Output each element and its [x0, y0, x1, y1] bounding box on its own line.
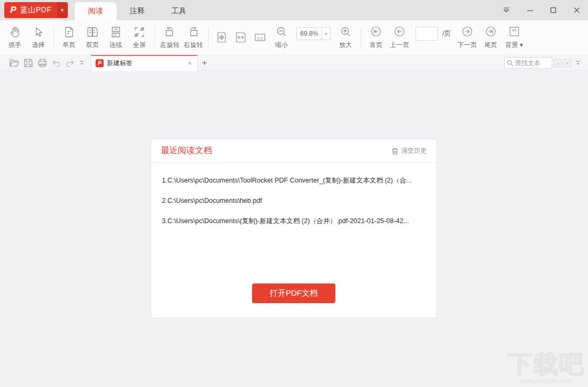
first-page-label: 首页	[370, 41, 382, 50]
ribbon-tabs: 阅读 注释 工具	[75, 2, 200, 20]
close-icon[interactable]	[572, 5, 582, 15]
tab-tools[interactable]: 工具	[158, 2, 200, 20]
collapse-ribbon-icon[interactable]	[501, 5, 511, 15]
app-logo-icon: P	[4, 2, 18, 18]
double-page-icon	[85, 25, 99, 39]
first-page-icon	[369, 25, 383, 39]
save-button[interactable]	[21, 56, 35, 70]
fullscreen-button[interactable]: 全屏	[128, 22, 151, 52]
app-name: 蓝山PDF	[18, 5, 57, 15]
recent-panel-header: 最近阅读文档 清空历史	[151, 139, 436, 163]
double-page-label: 双页	[86, 41, 99, 50]
zoom-in-button[interactable]: 放大	[334, 22, 357, 52]
trash-icon	[391, 147, 398, 155]
recent-file-list: 1.C:\Users\pc\Documents\ToolRocket PDF C…	[151, 163, 436, 231]
recent-file-item[interactable]: 1.C:\Users\pc\Documents\ToolRocket PDF C…	[162, 170, 426, 191]
grab-hand-label: 抓手	[9, 41, 21, 50]
next-page-label: 下一页	[458, 41, 477, 50]
fit-page-button[interactable]	[212, 22, 231, 52]
next-page-button[interactable]: 下一页	[456, 22, 479, 52]
watermark: 下载吧 www.xiazaiba.com	[508, 352, 585, 385]
tab-annotate[interactable]: 注释	[116, 2, 158, 20]
document-canvas: 最近阅读文档 清空历史 1.C:\Users\pc\Documents\Tool…	[0, 72, 588, 387]
one-to-one-icon: 1:1	[253, 30, 267, 44]
minimize-icon[interactable]	[525, 5, 535, 15]
continuous-button[interactable]: 连续	[104, 22, 128, 52]
prev-page-label: 上一页	[390, 41, 409, 50]
app-logo-button[interactable]: P 蓝山PDF ▼	[4, 2, 68, 18]
recent-file-item[interactable]: 2.C:\Users\pc\Documents\heb.pdf	[162, 191, 426, 211]
last-page-button[interactable]: 尾页	[479, 22, 503, 52]
clear-history-label: 清空历史	[401, 146, 427, 155]
quick-toolbar-more-icon[interactable]	[77, 56, 87, 70]
page-number-box	[415, 27, 438, 41]
zoom-out-button[interactable]: 缩小	[270, 22, 293, 52]
zoom-in-icon	[339, 25, 352, 39]
maximize-icon[interactable]	[548, 5, 558, 15]
select-button[interactable]: 选择	[27, 22, 50, 52]
search-icon	[507, 60, 513, 66]
page-number-input[interactable]	[416, 27, 437, 40]
double-page-button[interactable]: 双页	[81, 22, 104, 52]
background-button[interactable]: 背景 ▾	[503, 22, 526, 52]
titlebar: P 蓝山PDF ▼ 阅读 注释 工具	[0, 0, 588, 20]
search-prev-icon[interactable]: ▲	[554, 59, 562, 67]
hand-icon	[8, 25, 22, 39]
recent-panel-title: 最近阅读文档	[161, 145, 212, 156]
fullscreen-icon	[132, 25, 146, 39]
select-label: 选择	[32, 41, 45, 50]
recent-file-item[interactable]: 3.C:\Users\pc\Documents\(复制)-新建文本文档 (2)（…	[162, 211, 426, 231]
search-options-icon[interactable]	[573, 56, 583, 70]
last-page-label: 尾页	[484, 41, 497, 50]
document-tab-new[interactable]: P 新建标签 ×	[91, 55, 198, 71]
print-button[interactable]	[35, 56, 49, 70]
tab-close-icon[interactable]: ×	[186, 59, 193, 67]
search-box	[504, 57, 552, 69]
clear-history-button[interactable]: 清空历史	[391, 146, 427, 155]
continuous-label: 连续	[109, 41, 122, 50]
single-page-button[interactable]: 单页	[57, 22, 81, 52]
open-pdf-button[interactable]: 打开PDF文档	[252, 283, 335, 303]
document-tab-title: 新建标签	[107, 59, 186, 68]
fit-page-icon	[215, 30, 229, 44]
rotate-left-icon	[162, 25, 178, 39]
svg-text:1:1: 1:1	[257, 36, 263, 41]
page-unit-label: /页	[442, 29, 451, 38]
actual-size-button[interactable]: 1:1	[250, 22, 270, 52]
fit-width-icon	[234, 30, 248, 44]
first-page-button[interactable]: 首页	[364, 22, 388, 52]
background-label: 背景 ▾	[505, 41, 523, 50]
main-toolbar: 抓手 选择 单页 双页 连续 全屏 左旋转	[0, 20, 588, 55]
rotate-left-label: 左旋转	[160, 41, 179, 50]
toolbar-separator	[53, 27, 54, 48]
search-input[interactable]	[515, 59, 549, 67]
continuous-pages-icon	[109, 25, 123, 39]
rotate-right-icon	[185, 25, 201, 39]
zoom-level-control: ▼	[296, 27, 331, 40]
prev-page-button[interactable]: 上一页	[388, 22, 411, 52]
open-file-button[interactable]	[7, 56, 21, 70]
new-tab-button[interactable]: +	[198, 56, 211, 70]
window-controls	[501, 0, 582, 20]
zoom-out-icon	[275, 25, 288, 39]
last-page-icon	[484, 25, 498, 39]
zoom-dropdown-icon[interactable]: ▼	[322, 28, 330, 40]
rotate-left-button[interactable]: 左旋转	[158, 22, 182, 52]
undo-icon[interactable]	[49, 56, 63, 70]
grab-hand-button[interactable]: 抓手	[3, 22, 27, 52]
zoom-in-label: 放大	[339, 41, 352, 50]
tab-read[interactable]: 阅读	[75, 2, 116, 20]
toolbar-separator	[154, 27, 155, 48]
fit-width-button[interactable]	[231, 22, 250, 52]
app-menu-caret-icon[interactable]: ▼	[57, 2, 68, 18]
prev-page-icon	[393, 25, 406, 39]
zoom-out-label: 缩小	[275, 41, 288, 50]
zoom-level-input[interactable]	[297, 30, 322, 37]
watermark-logo-text: 下载吧	[508, 352, 585, 376]
cursor-icon	[32, 25, 45, 39]
rotate-right-label: 右旋转	[184, 41, 203, 50]
search-next-icon[interactable]: ▼	[563, 59, 571, 67]
rotate-right-button[interactable]: 右旋转	[182, 22, 205, 52]
recent-documents-panel: 最近阅读文档 清空历史 1.C:\Users\pc\Documents\Tool…	[151, 139, 437, 318]
redo-icon[interactable]	[63, 56, 77, 70]
